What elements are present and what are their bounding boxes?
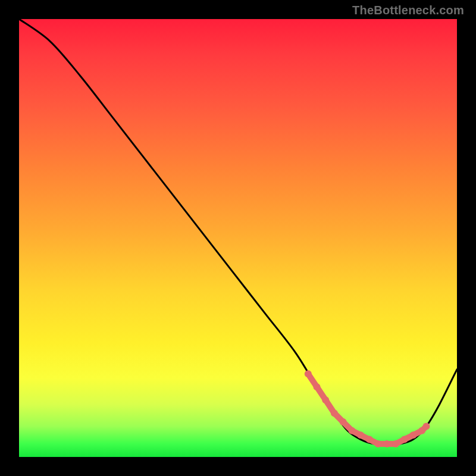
highlight-dot [322, 396, 329, 403]
highlight-dot [383, 440, 390, 447]
curve-layer [19, 19, 457, 457]
highlight-dot [401, 436, 408, 443]
chart-frame: TheBottleneck.com [0, 0, 476, 476]
highlight-dot [305, 370, 312, 377]
highlight-dot [340, 418, 347, 425]
highlight-dot [392, 440, 399, 447]
highlight-band [308, 374, 427, 444]
highlight-dot [375, 440, 382, 447]
highlight-dot [314, 383, 321, 390]
bottleneck-curve-path [19, 19, 457, 444]
highlight-dot [409, 431, 416, 439]
highlight-dot [357, 431, 364, 439]
highlight-dot [331, 409, 338, 416]
highlight-dot [366, 436, 373, 443]
highlight-dot [348, 427, 355, 434]
highlight-dot [423, 423, 430, 430]
watermark-text: TheBottleneck.com [352, 4, 464, 17]
plot-area [19, 19, 457, 457]
highlight-markers [305, 370, 430, 447]
